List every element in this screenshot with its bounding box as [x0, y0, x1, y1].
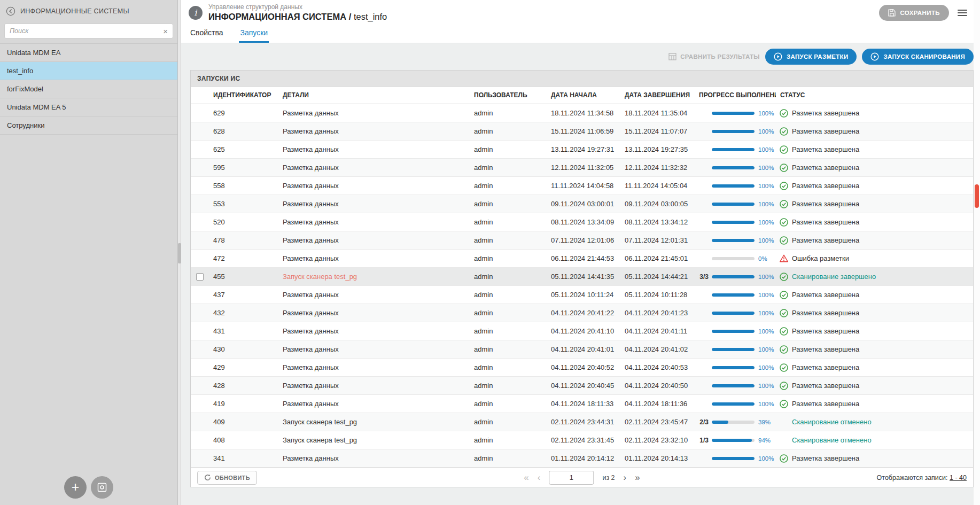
runs-panel: ЗАПУСКИ ИС ИДЕНТИФИКАТОР ДЕТАЛИ ПОЛЬЗОВА… [190, 70, 974, 487]
cell-start-date: 12.11.2024 11:32:05 [547, 164, 620, 172]
status-icon [780, 327, 788, 336]
page-header: i Управление структурой данных ИНФОРМАЦИ… [181, 0, 980, 25]
sidebar-item[interactable]: forFixModel [0, 80, 177, 98]
table-row[interactable]: 428 Разметка данных admin 04.11.2024 20:… [191, 377, 973, 395]
cell-user: admin [470, 273, 547, 281]
table-row[interactable]: 558 Разметка данных admin 11.11.2024 14:… [191, 177, 973, 195]
cell-user: admin [470, 454, 547, 462]
table-row[interactable]: 341 Разметка данных admin 01.11.2024 20:… [191, 449, 973, 468]
records-info: Отображаются записи: 1 - 40 [877, 474, 967, 481]
table-row[interactable]: 472 Разметка данных admin 06.11.2024 21:… [191, 250, 973, 268]
cell-identifier: 478 [209, 236, 278, 244]
column-identifier[interactable]: ИДЕНТИФИКАТОР [209, 91, 278, 99]
last-page-icon[interactable]: » [635, 473, 640, 482]
collapse-sidebar-icon[interactable] [6, 6, 15, 16]
table-row[interactable]: 625 Разметка данных admin 13.11.2024 19:… [191, 141, 973, 159]
table-header: ИДЕНТИФИКАТОР ДЕТАЛИ ПОЛЬЗОВАТЕЛЬ ДАТА Н… [191, 87, 973, 104]
tab-runs[interactable]: Запуски [239, 26, 269, 43]
generate-model-button[interactable] [91, 476, 113, 499]
cell-user: admin [470, 145, 547, 153]
sidebar-item[interactable]: test_info [0, 62, 177, 80]
cell-status: Разметка завершена [776, 454, 973, 463]
table-body: 629 Разметка данных admin 18.11.2024 11:… [191, 104, 973, 468]
status-text: Разметка завершена [792, 164, 859, 172]
cell-user: admin [470, 164, 547, 172]
clear-search-icon[interactable]: × [163, 27, 168, 35]
table-row[interactable]: 595 Разметка данных admin 12.11.2024 11:… [191, 159, 973, 177]
cell-user: admin [470, 327, 547, 335]
cell-identifier: 409 [209, 418, 278, 426]
cell-status: Разметка завершена [776, 309, 973, 317]
progress-steps: 3/3 [696, 273, 709, 281]
menu-icon[interactable] [958, 10, 967, 16]
cell-identifier: 625 [209, 145, 278, 153]
run-scan-button[interactable]: ЗАПУСК СКАНИРОВАНИЯ [862, 49, 974, 65]
table-row[interactable]: 628 Разметка данных admin 15.11.2024 11:… [191, 122, 973, 141]
cell-identifier: 629 [209, 109, 278, 117]
table-row[interactable]: 429 Разметка данных admin 04.11.2024 20:… [191, 359, 973, 377]
progress-percent: 94% [758, 437, 771, 444]
cell-progress: 100% [695, 110, 776, 116]
table-row[interactable]: 431 Разметка данных admin 04.11.2024 20:… [191, 322, 973, 340]
cell-status: Разметка завершена [776, 182, 973, 190]
next-page-icon[interactable]: › [624, 473, 627, 482]
table-row[interactable]: 408 Запуск сканера test_pg admin 02.11.2… [191, 431, 973, 449]
column-details[interactable]: ДЕТАЛИ [278, 91, 470, 99]
progress-bar [712, 439, 755, 442]
sidebar-item[interactable]: Unidata MDM EA 5 [0, 98, 177, 116]
row-checkbox[interactable] [196, 273, 204, 281]
search-input[interactable] [10, 27, 163, 35]
cell-identifier: 558 [209, 182, 278, 190]
sidebar-item[interactable]: Unidata MDM EA [0, 44, 177, 62]
table-row[interactable]: 432 Разметка данных admin 04.11.2024 20:… [191, 304, 973, 322]
table-row[interactable]: 553 Разметка данных admin 09.11.2024 03:… [191, 195, 973, 213]
status-text: Разметка завершена [792, 345, 859, 353]
cell-progress: 100% [695, 383, 776, 389]
table-row[interactable]: 520 Разметка данных admin 08.11.2024 13:… [191, 213, 973, 231]
add-system-button[interactable]: + [64, 476, 87, 499]
cell-user: admin [470, 109, 547, 117]
table-row[interactable]: 409 Запуск сканера test_pg admin 02.11.2… [191, 413, 973, 431]
column-start-date[interactable]: ДАТА НАЧАЛА [547, 91, 620, 99]
progress-percent: 100% [758, 364, 774, 371]
column-progress[interactable]: ПРОГРЕСС ВЫПОЛНЕНИЯ [695, 91, 776, 99]
sidebar-item[interactable]: Сотрудники [0, 116, 177, 135]
column-status[interactable]: СТАТУС [776, 91, 973, 99]
progress-percent: 100% [758, 110, 774, 116]
progress-percent: 39% [758, 419, 771, 425]
table-row[interactable]: 437 Разметка данных admin 05.11.2024 10:… [191, 286, 973, 304]
progress-percent: 100% [758, 183, 774, 189]
progress-steps: 2/3 [696, 418, 709, 426]
save-button[interactable]: СОХРАНИТЬ [879, 5, 949, 21]
progress-percent: 100% [758, 146, 774, 153]
column-user[interactable]: ПОЛЬЗОВАТЕЛЬ [470, 91, 547, 99]
compare-results-button[interactable]: СРАВНИТЬ РЕЗУЛЬТАТЫ [668, 53, 760, 60]
scrollbar-thumb[interactable] [975, 184, 979, 208]
progress-percent: 100% [758, 328, 774, 335]
status-icon [780, 109, 788, 118]
table-row[interactable]: 478 Разметка данных admin 07.11.2024 12:… [191, 231, 973, 250]
cell-status: Сканирование отменено [776, 436, 973, 445]
status-text: Ошибка разметки [792, 254, 849, 262]
table-row[interactable]: 430 Разметка данных admin 04.11.2024 20:… [191, 340, 973, 359]
page-number-input[interactable] [549, 471, 594, 485]
progress-bar [712, 384, 755, 387]
cell-details: Разметка данных [278, 309, 470, 317]
progress-percent: 100% [758, 274, 774, 280]
cell-progress: 100% [695, 237, 776, 244]
records-range[interactable]: 1 - 40 [950, 474, 967, 481]
prev-page-icon[interactable]: ‹ [538, 473, 541, 482]
status-icon [780, 254, 788, 263]
refresh-button[interactable]: ОБНОВИТЬ [197, 471, 257, 485]
run-markup-button[interactable]: ЗАПУСК РАЗМЕТКИ [765, 49, 857, 65]
table-row[interactable]: 455 Запуск сканера test_pg admin 05.11.2… [191, 268, 973, 286]
progress-percent: 100% [758, 201, 774, 207]
first-page-icon[interactable]: « [524, 473, 528, 482]
cell-end-date: 05.11.2024 10:11:28 [620, 291, 695, 299]
tab-properties[interactable]: Свойства [189, 26, 224, 43]
cell-progress: 3/3 100% [695, 273, 776, 281]
table-row[interactable]: 419 Разметка данных admin 04.11.2024 18:… [191, 395, 973, 413]
table-row[interactable]: 629 Разметка данных admin 18.11.2024 11:… [191, 104, 973, 122]
status-text: Разметка завершена [792, 382, 859, 390]
column-end-date[interactable]: ДАТА ЗАВЕРШЕНИЯ [620, 91, 695, 99]
